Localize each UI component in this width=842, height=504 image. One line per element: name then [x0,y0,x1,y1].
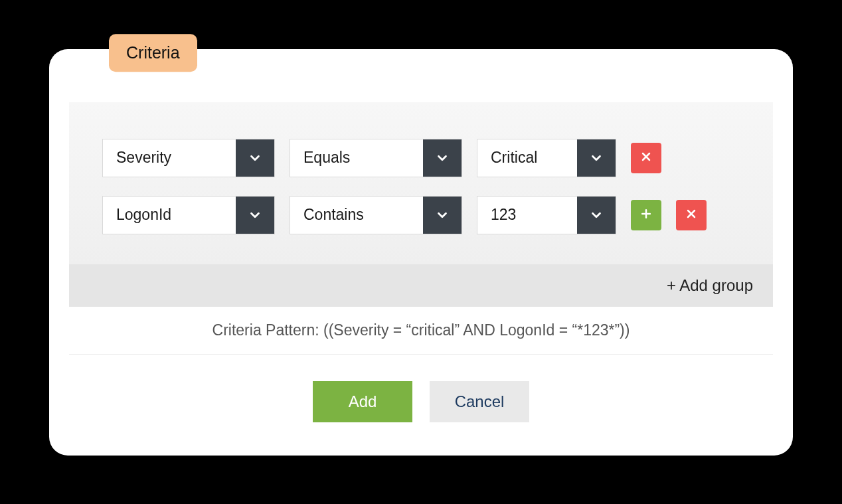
chevron-down-icon [236,197,274,234]
chevron-down-icon [423,197,462,234]
chevron-down-icon [577,197,616,234]
add-row-button[interactable] [631,200,661,230]
criteria-row: Severity Equals Critical [102,139,740,177]
remove-row-button[interactable] [676,200,707,230]
operator-select[interactable]: Equals [290,139,462,177]
chevron-down-icon [236,139,274,177]
criteria-group: Severity Equals Critical [69,102,773,264]
field-select-label: LogonId [103,197,236,234]
criteria-tab-badge: Criteria [109,34,197,72]
value-select[interactable]: 123 [477,196,616,234]
cancel-button[interactable]: Cancel [430,381,529,422]
close-icon [685,207,698,223]
operator-select-label: Equals [290,139,423,177]
plus-icon [639,207,653,223]
value-select-label: 123 [477,197,577,234]
add-button-label: Add [349,392,377,411]
field-select[interactable]: Severity [102,139,275,177]
value-select[interactable]: Critical [477,139,616,177]
pattern-prefix: Criteria Pattern: [212,321,323,339]
chevron-down-icon [577,139,616,177]
operator-select[interactable]: Contains [290,196,462,234]
add-group-label: + Add group [667,276,753,294]
value-select-label: Critical [477,139,577,177]
add-group-button[interactable]: + Add group [69,264,773,307]
add-button[interactable]: Add [313,381,412,422]
criteria-card: Criteria Severity Equals Critical [49,49,793,456]
operator-select-label: Contains [290,197,423,234]
cancel-button-label: Cancel [455,392,505,411]
criteria-tab-label: Criteria [126,43,180,62]
criteria-row: LogonId Contains 123 [102,196,740,234]
field-select[interactable]: LogonId [102,196,275,234]
close-icon [639,150,653,166]
chevron-down-icon [423,139,462,177]
criteria-pattern-text: Criteria Pattern: ((Severity = “critical… [69,307,773,355]
remove-row-button[interactable] [631,143,661,173]
field-select-label: Severity [103,139,236,177]
dialog-footer: Add Cancel [69,381,773,422]
pattern-expression: ((Severity = “critical” AND LogonId = “*… [323,321,630,339]
